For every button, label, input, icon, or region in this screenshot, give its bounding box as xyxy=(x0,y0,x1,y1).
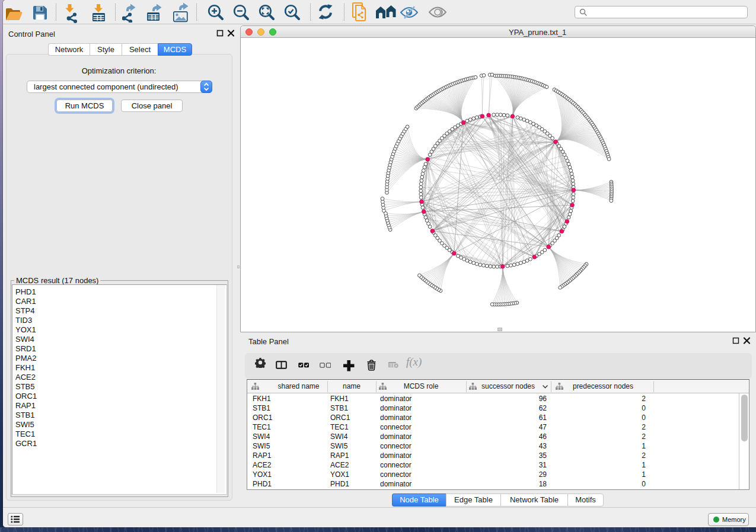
svg-text:f(x): f(x) xyxy=(406,357,422,368)
